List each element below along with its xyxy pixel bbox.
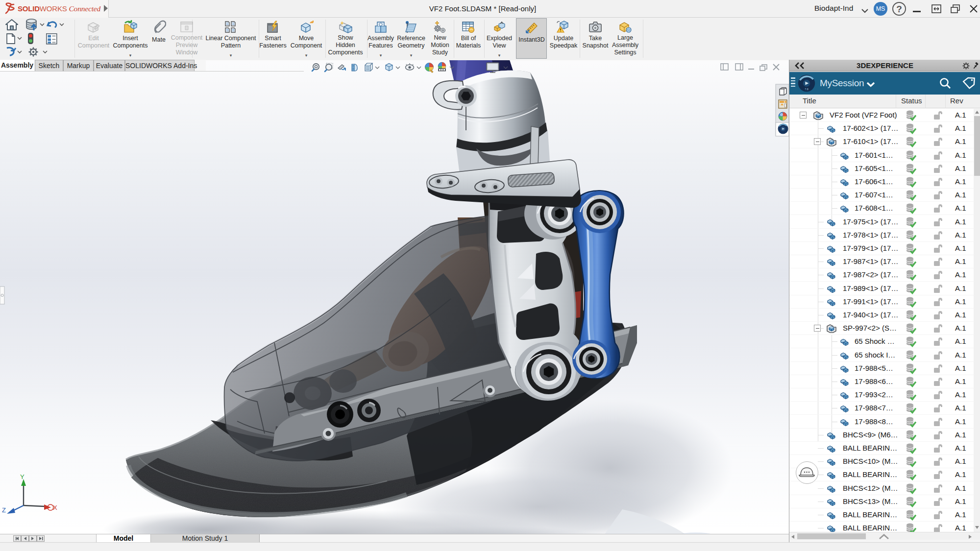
svg-text:7.8: 7.8 <box>805 88 808 91</box>
svg-text:Y: Y <box>20 473 24 480</box>
svg-text:Z: Z <box>2 506 6 514</box>
